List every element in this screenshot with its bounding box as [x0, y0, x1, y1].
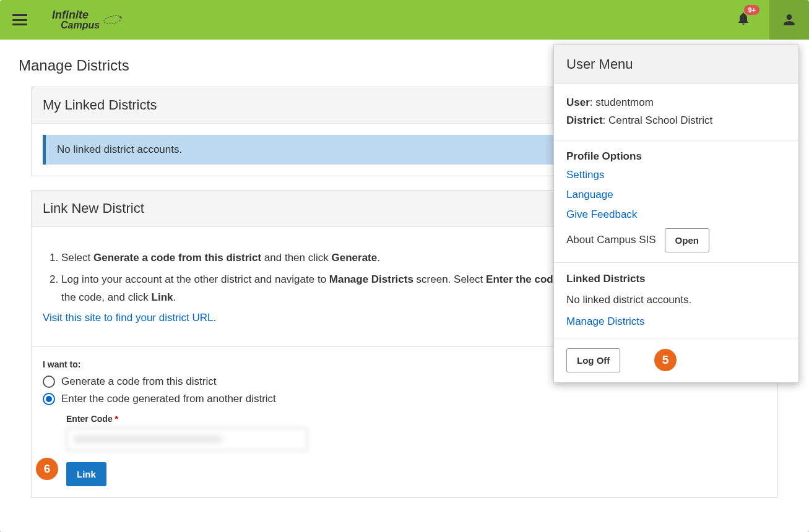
logo-top: Infinite — [52, 9, 100, 20]
log-off-button[interactable]: Log Off — [566, 348, 620, 372]
link-button[interactable]: Link — [66, 462, 106, 486]
enter-code-input[interactable] — [66, 427, 308, 451]
menu-icon[interactable] — [12, 14, 27, 25]
manage-districts-link[interactable]: Manage Districts — [566, 315, 786, 328]
svg-point-1 — [119, 16, 121, 18]
logo[interactable]: Infinite Campus — [52, 9, 123, 30]
user-menu-panel: User Menu User: studentmom District: Cen… — [553, 45, 799, 383]
linked-districts-msg: No linked district accounts. — [566, 291, 786, 309]
radio-enter-code[interactable]: Enter the code generated from another di… — [43, 393, 766, 405]
feedback-link[interactable]: Give Feedback — [566, 208, 786, 221]
radio-icon — [43, 375, 55, 388]
enter-code-label: Enter Code * — [66, 414, 766, 424]
user-menu-button[interactable] — [769, 0, 809, 40]
notifications-button[interactable]: 9+ — [736, 11, 751, 28]
user-row: User: studentmom — [566, 94, 786, 112]
linked-districts-title: Linked Districts — [566, 273, 786, 285]
user-menu-title: User Menu — [554, 45, 798, 84]
app-header: Infinite Campus 9+ — [0, 0, 809, 40]
radio-label: Enter the code generated from another di… — [61, 393, 276, 405]
radio-icon — [43, 393, 55, 405]
language-link[interactable]: Language — [566, 189, 786, 201]
person-icon — [781, 12, 797, 28]
settings-link[interactable]: Settings — [566, 169, 786, 181]
district-row: District: Central School District — [566, 112, 786, 130]
logo-swoosh-icon — [102, 14, 123, 26]
radio-label: Generate a code from this district — [61, 375, 216, 388]
callout-6: 6 — [36, 458, 58, 480]
notification-badge: 9+ — [744, 5, 759, 15]
profile-options-title: Profile Options — [566, 150, 786, 163]
svg-point-0 — [103, 14, 123, 25]
logo-bottom: Campus — [52, 20, 100, 30]
callout-5: 5 — [654, 349, 677, 371]
open-button[interactable]: Open — [665, 228, 709, 252]
about-label: About Campus SIS — [566, 234, 656, 246]
